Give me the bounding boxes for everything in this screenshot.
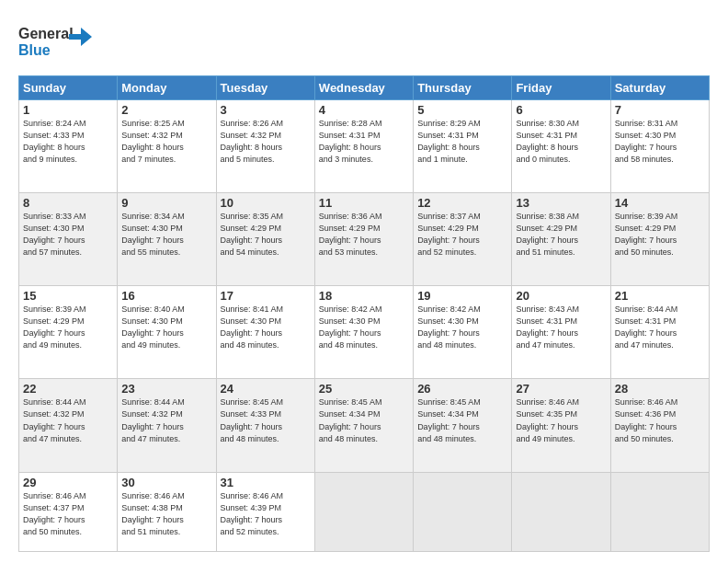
day-number: 22 — [23, 382, 113, 396]
day-header-thursday: Thursday — [414, 76, 512, 100]
day-info: Sunrise: 8:31 AM Sunset: 4:30 PM Dayligh… — [615, 118, 705, 166]
day-info: Sunrise: 8:39 AM Sunset: 4:29 PM Dayligh… — [23, 304, 113, 351]
day-number: 28 — [615, 382, 705, 396]
calendar-cell: 18Sunrise: 8:42 AM Sunset: 4:30 PM Dayli… — [314, 286, 413, 379]
calendar-cell: 17Sunrise: 8:41 AM Sunset: 4:30 PM Dayli… — [216, 286, 314, 379]
day-number: 16 — [121, 289, 211, 303]
day-info: Sunrise: 8:35 AM Sunset: 4:29 PM Dayligh… — [221, 211, 311, 259]
day-number: 6 — [516, 103, 606, 117]
day-info: Sunrise: 8:37 AM Sunset: 4:29 PM Dayligh… — [417, 211, 507, 259]
day-number: 26 — [417, 382, 507, 396]
day-info: Sunrise: 8:44 AM Sunset: 4:32 PM Dayligh… — [23, 396, 113, 444]
svg-text:General: General — [18, 26, 74, 41]
day-info: Sunrise: 8:45 AM Sunset: 4:34 PM Dayligh… — [319, 396, 409, 444]
day-number: 9 — [121, 196, 211, 210]
calendar-header-row: SundayMondayTuesdayWednesdayThursdayFrid… — [19, 76, 710, 100]
day-header-tuesday: Tuesday — [216, 76, 314, 100]
day-number: 30 — [121, 476, 211, 489]
calendar-cell: 11Sunrise: 8:36 AM Sunset: 4:29 PM Dayli… — [314, 193, 413, 286]
calendar-cell: 12Sunrise: 8:37 AM Sunset: 4:29 PM Dayli… — [414, 193, 512, 286]
calendar-cell: 20Sunrise: 8:43 AM Sunset: 4:31 PM Dayli… — [512, 286, 610, 379]
day-number: 18 — [319, 289, 409, 303]
day-info: Sunrise: 8:26 AM Sunset: 4:32 PM Dayligh… — [221, 118, 311, 166]
calendar-cell: 9Sunrise: 8:34 AM Sunset: 4:30 PM Daylig… — [118, 193, 216, 286]
calendar-cell: 14Sunrise: 8:39 AM Sunset: 4:29 PM Dayli… — [610, 193, 709, 286]
day-info: Sunrise: 8:36 AM Sunset: 4:29 PM Dayligh… — [319, 211, 409, 259]
calendar-cell: 2Sunrise: 8:25 AM Sunset: 4:32 PM Daylig… — [118, 100, 216, 193]
calendar-cell — [610, 472, 709, 551]
calendar-cell: 22Sunrise: 8:44 AM Sunset: 4:32 PM Dayli… — [19, 379, 118, 472]
day-info: Sunrise: 8:46 AM Sunset: 4:35 PM Dayligh… — [516, 396, 606, 444]
calendar-cell: 29Sunrise: 8:46 AM Sunset: 4:37 PM Dayli… — [19, 472, 118, 551]
day-header-saturday: Saturday — [610, 76, 709, 100]
day-header-friday: Friday — [512, 76, 610, 100]
calendar-cell: 8Sunrise: 8:33 AM Sunset: 4:30 PM Daylig… — [19, 193, 118, 286]
page: General Blue SundayMondayTuesdayWednesda… — [0, 0, 728, 563]
day-number: 3 — [221, 103, 311, 117]
calendar-week-row: 22Sunrise: 8:44 AM Sunset: 4:32 PM Dayli… — [19, 379, 710, 472]
day-info: Sunrise: 8:44 AM Sunset: 4:32 PM Dayligh… — [121, 396, 211, 444]
calendar-cell — [414, 472, 512, 551]
day-info: Sunrise: 8:43 AM Sunset: 4:31 PM Dayligh… — [516, 304, 606, 351]
svg-text:Blue: Blue — [18, 42, 51, 58]
calendar-table: SundayMondayTuesdayWednesdayThursdayFrid… — [18, 75, 710, 552]
day-info: Sunrise: 8:45 AM Sunset: 4:33 PM Dayligh… — [221, 396, 311, 444]
day-info: Sunrise: 8:24 AM Sunset: 4:33 PM Dayligh… — [23, 118, 113, 166]
day-number: 1 — [23, 103, 113, 117]
day-header-wednesday: Wednesday — [314, 76, 413, 100]
day-info: Sunrise: 8:28 AM Sunset: 4:31 PM Dayligh… — [319, 118, 409, 166]
day-number: 21 — [615, 289, 705, 303]
calendar-cell: 21Sunrise: 8:44 AM Sunset: 4:31 PM Dayli… — [610, 286, 709, 379]
day-number: 24 — [221, 382, 311, 396]
calendar-week-row: 8Sunrise: 8:33 AM Sunset: 4:30 PM Daylig… — [19, 193, 710, 286]
calendar-cell: 31Sunrise: 8:46 AM Sunset: 4:39 PM Dayli… — [216, 472, 314, 551]
day-info: Sunrise: 8:29 AM Sunset: 4:31 PM Dayligh… — [417, 118, 507, 166]
day-number: 20 — [516, 289, 606, 303]
day-header-monday: Monday — [118, 76, 216, 100]
day-info: Sunrise: 8:38 AM Sunset: 4:29 PM Dayligh… — [516, 211, 606, 259]
calendar-cell — [512, 472, 610, 551]
day-info: Sunrise: 8:46 AM Sunset: 4:38 PM Dayligh… — [121, 490, 211, 538]
day-header-sunday: Sunday — [19, 76, 118, 100]
calendar-cell: 30Sunrise: 8:46 AM Sunset: 4:38 PM Dayli… — [118, 472, 216, 551]
calendar-cell: 4Sunrise: 8:28 AM Sunset: 4:31 PM Daylig… — [314, 100, 413, 193]
day-number: 31 — [221, 476, 311, 489]
calendar-cell: 24Sunrise: 8:45 AM Sunset: 4:33 PM Dayli… — [216, 379, 314, 472]
calendar-cell: 3Sunrise: 8:26 AM Sunset: 4:32 PM Daylig… — [216, 100, 314, 193]
day-number: 7 — [615, 103, 705, 117]
calendar-cell: 13Sunrise: 8:38 AM Sunset: 4:29 PM Dayli… — [512, 193, 610, 286]
logo-text: General Blue — [18, 18, 101, 66]
day-info: Sunrise: 8:42 AM Sunset: 4:30 PM Dayligh… — [417, 304, 507, 351]
calendar-cell: 5Sunrise: 8:29 AM Sunset: 4:31 PM Daylig… — [414, 100, 512, 193]
calendar-week-row: 15Sunrise: 8:39 AM Sunset: 4:29 PM Dayli… — [19, 286, 710, 379]
calendar-cell: 23Sunrise: 8:44 AM Sunset: 4:32 PM Dayli… — [118, 379, 216, 472]
day-number: 19 — [417, 289, 507, 303]
day-number: 8 — [23, 196, 113, 210]
day-info: Sunrise: 8:45 AM Sunset: 4:34 PM Dayligh… — [417, 396, 507, 444]
day-info: Sunrise: 8:33 AM Sunset: 4:30 PM Dayligh… — [23, 211, 113, 259]
calendar-cell: 1Sunrise: 8:24 AM Sunset: 4:33 PM Daylig… — [19, 100, 118, 193]
calendar-cell: 10Sunrise: 8:35 AM Sunset: 4:29 PM Dayli… — [216, 193, 314, 286]
calendar-cell: 7Sunrise: 8:31 AM Sunset: 4:30 PM Daylig… — [610, 100, 709, 193]
day-info: Sunrise: 8:42 AM Sunset: 4:30 PM Dayligh… — [319, 304, 409, 351]
day-number: 13 — [516, 196, 606, 210]
day-number: 15 — [23, 289, 113, 303]
day-number: 4 — [319, 103, 409, 117]
day-number: 23 — [121, 382, 211, 396]
day-info: Sunrise: 8:44 AM Sunset: 4:31 PM Dayligh… — [615, 304, 705, 351]
day-number: 2 — [121, 103, 211, 117]
day-info: Sunrise: 8:46 AM Sunset: 4:39 PM Dayligh… — [221, 490, 311, 538]
day-number: 5 — [417, 103, 507, 117]
day-number: 14 — [615, 196, 705, 210]
day-number: 25 — [319, 382, 409, 396]
calendar-cell: 25Sunrise: 8:45 AM Sunset: 4:34 PM Dayli… — [314, 379, 413, 472]
logo: General Blue — [18, 18, 101, 66]
day-info: Sunrise: 8:40 AM Sunset: 4:30 PM Dayligh… — [121, 304, 211, 351]
day-info: Sunrise: 8:30 AM Sunset: 4:31 PM Dayligh… — [516, 118, 606, 166]
calendar-week-row: 29Sunrise: 8:46 AM Sunset: 4:37 PM Dayli… — [19, 472, 710, 551]
day-info: Sunrise: 8:46 AM Sunset: 4:36 PM Dayligh… — [615, 396, 705, 444]
header: General Blue — [18, 15, 710, 66]
day-number: 10 — [221, 196, 311, 210]
calendar-cell: 28Sunrise: 8:46 AM Sunset: 4:36 PM Dayli… — [610, 379, 709, 472]
calendar-cell: 16Sunrise: 8:40 AM Sunset: 4:30 PM Dayli… — [118, 286, 216, 379]
